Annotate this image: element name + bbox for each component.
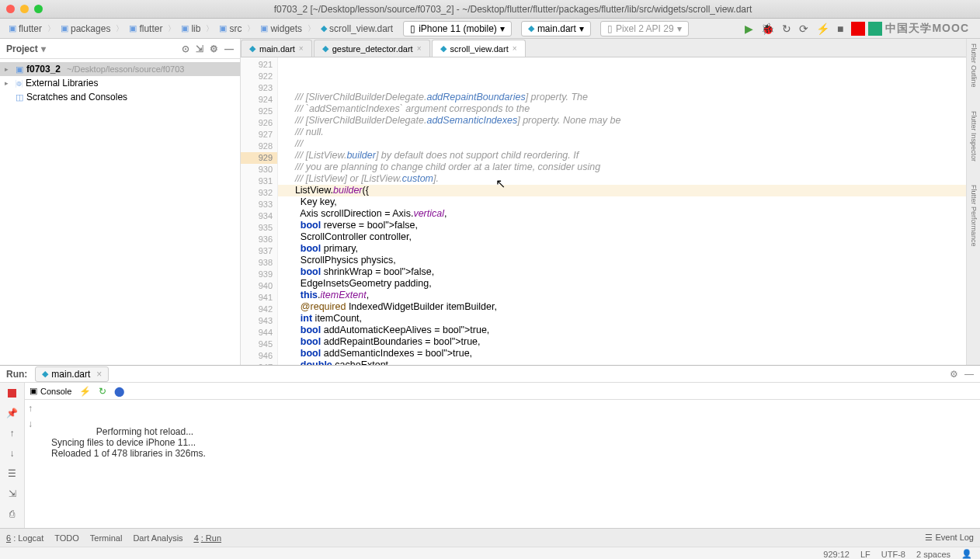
library-icon: 🀙: [16, 78, 23, 89]
run-tool-window: Run: ◆ main.dart × ⚙ — 📌 ↑ ↓ ☰ ⇲ ⎙ ▣ Con…: [0, 365, 980, 528]
editor-tab[interactable]: ◆gesture_detector.dart×: [314, 40, 430, 57]
folder-icon: ▣: [129, 23, 137, 33]
right-tool-tab[interactable]: Flutter Outline: [970, 43, 978, 88]
hide-icon[interactable]: —: [224, 43, 234, 54]
stop-button[interactable]: ■: [837, 23, 843, 35]
chevron-right-icon: 〉: [206, 23, 214, 34]
pin-button[interactable]: 📌: [5, 406, 19, 420]
down-button[interactable]: ↓: [5, 446, 19, 460]
breadcrumb-item[interactable]: ▣flutter: [5, 22, 46, 36]
tree-project-root[interactable]: ▸ ▣ f0703_2 ~/Desktop/lesson/source/f070…: [0, 62, 240, 76]
tool-window-tab[interactable]: 6: Logcat: [6, 533, 43, 543]
close-icon[interactable]: ×: [299, 44, 304, 53]
up-button[interactable]: ↑: [5, 426, 19, 440]
bottom-tool-tabs: 6: LogcatTODOTerminalDart Analysis4: Run…: [0, 528, 980, 547]
tree-scratches[interactable]: ▸ ◫ Scratches and Consoles: [0, 90, 240, 104]
breadcrumb-item[interactable]: ▣src: [215, 22, 245, 36]
dart-icon: ◆: [528, 23, 534, 33]
event-log-button[interactable]: ☰ Event Log: [925, 533, 974, 543]
hide-icon[interactable]: —: [964, 369, 974, 380]
editor-tab[interactable]: ◆scroll_view.dart×: [432, 40, 526, 57]
tool-window-tab[interactable]: Dart Analysis: [133, 533, 182, 543]
editor: ◆main.dart×◆gesture_detector.dart×◆scrol…: [241, 39, 980, 365]
event-log-icon: ☰: [925, 533, 933, 542]
breadcrumb-item[interactable]: ◆scroll_view.dart: [317, 22, 397, 36]
scroll-up-icon[interactable]: ↑: [28, 403, 33, 414]
project-name: f0703_2: [26, 64, 61, 75]
indent-settings[interactable]: 2 spaces: [916, 550, 950, 559]
close-icon[interactable]: ×: [96, 369, 102, 380]
scroll-down-icon[interactable]: ↓: [28, 418, 33, 429]
dart-icon: ◆: [249, 43, 255, 54]
folder-icon: ▣: [16, 64, 23, 75]
breadcrumb-item[interactable]: ▣packages: [57, 22, 114, 36]
right-tool-tab[interactable]: Flutter Performance: [970, 185, 978, 247]
dart-icon: ◆: [322, 43, 328, 54]
close-icon[interactable]: ×: [513, 44, 517, 53]
window-titlebar: f0703_2 [~/Desktop/lesson/source/f0703_2…: [0, 0, 980, 19]
run-panel-label: Run:: [6, 369, 27, 380]
dart-icon: ◆: [42, 369, 48, 379]
console-tab[interactable]: ▣ Console: [30, 386, 71, 396]
breadcrumb[interactable]: ▣flutter〉▣packages〉▣flutter〉▣lib〉▣src〉▣w…: [5, 22, 397, 36]
profile-button[interactable]: ↻: [782, 23, 791, 35]
caret-right-icon: ▸: [5, 79, 12, 87]
right-tool-tab[interactable]: Flutter Inspector: [970, 111, 978, 161]
device-selector[interactable]: ▯ iPhone 11 (mobile) ▾: [403, 21, 512, 36]
editor-tabs: ◆main.dart×◆gesture_detector.dart×◆scrol…: [241, 39, 980, 57]
chevron-right-icon: 〉: [308, 23, 315, 34]
minimize-window-icon[interactable]: [20, 5, 29, 13]
inspection-icon[interactable]: 👤: [961, 549, 972, 559]
gear-icon[interactable]: ⚙: [950, 369, 958, 380]
hot-reload-icon[interactable]: ⚡: [79, 386, 91, 397]
chevron-down-icon: ▾: [500, 23, 505, 34]
print-button[interactable]: ⎙: [5, 507, 19, 521]
breadcrumb-item[interactable]: ▣lib: [177, 22, 204, 36]
folder-icon: ▣: [181, 23, 189, 33]
file-encoding[interactable]: UTF-8: [881, 550, 905, 559]
phone-icon: ▯: [410, 23, 415, 34]
export-button[interactable]: ⇲: [5, 487, 19, 501]
project-view-label[interactable]: Project: [6, 43, 38, 54]
zoom-window-icon[interactable]: [34, 5, 43, 13]
run-button[interactable]: ▶: [745, 23, 753, 35]
folder-icon: ▣: [9, 23, 16, 33]
run-session-tab[interactable]: ◆ main.dart ×: [35, 366, 109, 382]
tool-window-tab[interactable]: Terminal: [90, 533, 123, 543]
layout-button[interactable]: ☰: [5, 467, 19, 481]
locate-icon[interactable]: ⊙: [182, 43, 189, 54]
run-config-label: main.dart: [537, 23, 576, 34]
status-bar: 929:12 LF UTF-8 2 spaces 👤: [0, 547, 980, 559]
breadcrumb-item[interactable]: ▣flutter: [125, 22, 166, 36]
open-devtools-icon[interactable]: ⬤: [114, 386, 124, 397]
hot-reload-button[interactable]: ⚡: [816, 23, 829, 35]
device-label: iPhone 11 (mobile): [419, 23, 497, 34]
tool-window-tab[interactable]: TODO: [54, 533, 79, 543]
chevron-down-icon[interactable]: ▾: [41, 43, 46, 54]
dart-icon: ◆: [440, 43, 447, 54]
caret-right-icon: ▸: [5, 65, 12, 73]
stop-button[interactable]: [5, 386, 19, 400]
breadcrumb-item[interactable]: ▣widgets: [256, 22, 306, 36]
line-gutter[interactable]: 9219229239249259269279289299309319329339…: [241, 57, 278, 365]
attach-button[interactable]: ⟳: [799, 23, 808, 35]
hot-restart-icon[interactable]: ↻: [99, 386, 106, 397]
debug-button[interactable]: 🐞: [761, 23, 774, 35]
close-window-icon[interactable]: [6, 5, 15, 13]
tree-external-libraries[interactable]: ▸ 🀙 External Libraries: [0, 76, 240, 90]
chevron-right-icon: 〉: [47, 23, 55, 34]
expand-icon[interactable]: ⇲: [196, 43, 203, 54]
line-ending[interactable]: LF: [860, 550, 871, 559]
close-icon[interactable]: ×: [417, 44, 422, 53]
editor-tab[interactable]: ◆main.dart×: [241, 40, 312, 57]
chevron-down-icon: ▾: [677, 23, 682, 34]
gear-icon[interactable]: ⚙: [210, 43, 218, 54]
code-content[interactable]: ↖ /// [SliverChildBuilderDelegate.addRep…: [278, 57, 980, 365]
tool-window-tab[interactable]: 4: Run: [194, 533, 221, 543]
folder-icon: ▣: [61, 23, 68, 33]
run-config-selector[interactable]: ◆ main.dart ▾: [521, 21, 591, 36]
project-sidebar: Project ▾ ⊙ ⇲ ⚙ — ▸ ▣ f0703_2 ~/Desktop/…: [0, 39, 241, 365]
console-output[interactable]: ↑ ↓ Performing hot reload... Syncing fil…: [25, 400, 980, 528]
caret-position[interactable]: 929:12: [823, 550, 850, 559]
extra-device[interactable]: ▯ Pixel 2 API 29 ▾: [600, 21, 689, 36]
